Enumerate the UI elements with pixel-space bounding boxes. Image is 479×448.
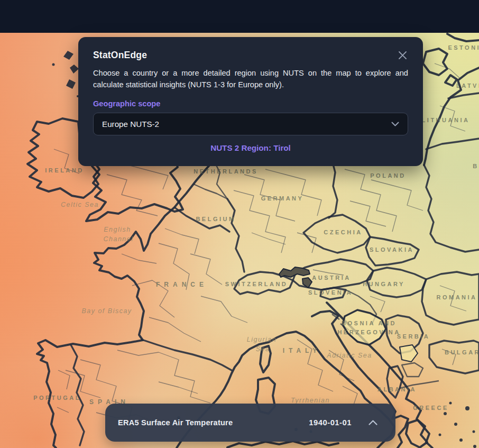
panel-title: StatOnEdge xyxy=(93,50,147,61)
close-button[interactable] xyxy=(397,50,408,61)
geographic-scope-label: Geographic scope xyxy=(93,99,408,108)
selected-region-tirol[interactable] xyxy=(279,267,312,288)
date-value[interactable]: 1940-01-01 xyxy=(309,418,352,427)
geographic-scope-value: Europe NUTS-2 xyxy=(102,120,159,129)
nuts-region-status: NUTS 2 Region: Tirol xyxy=(93,143,408,152)
top-bar xyxy=(0,0,479,33)
geographic-scope-select[interactable]: Europe NUTS-2 xyxy=(93,113,408,135)
chevron-up-icon xyxy=(369,419,377,427)
x-icon xyxy=(398,53,407,61)
app-window: ESTONIALATVIALITHUANIABELARUSNETHERLANDS… xyxy=(0,0,479,448)
stat-on-edge-panel: StatOnEdge Choose a country or a more de… xyxy=(78,37,423,166)
panel-description: Choose a country or a more detailed regi… xyxy=(93,68,408,90)
chevron-down-icon xyxy=(391,122,399,126)
collapse-timebar-button[interactable] xyxy=(366,418,380,427)
dataset-time-bar: ERA5 Surface Air Temperature 1940-01-01 xyxy=(105,404,395,442)
dataset-label: ERA5 Surface Air Temperature xyxy=(118,418,233,427)
